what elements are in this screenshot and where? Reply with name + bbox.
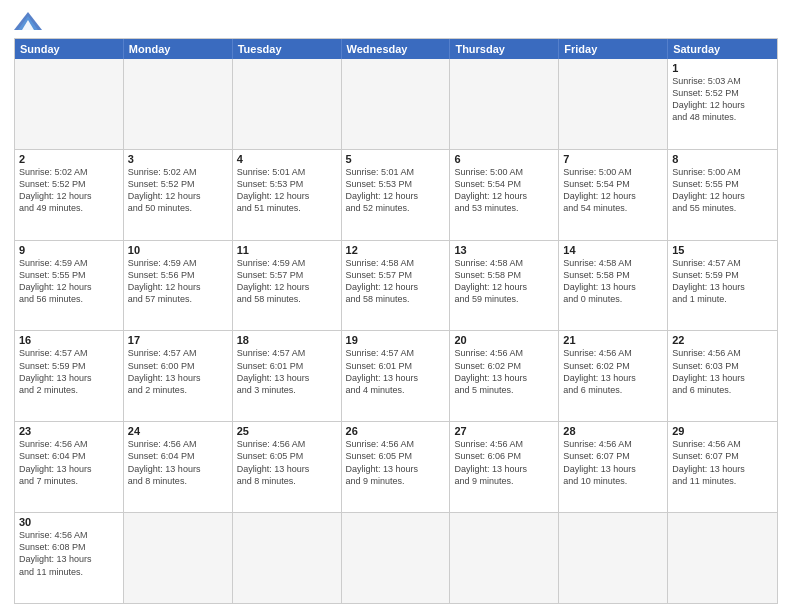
cal-cell — [559, 59, 668, 149]
cal-cell — [559, 513, 668, 603]
day-info: Sunrise: 4:57 AM Sunset: 6:01 PM Dayligh… — [237, 347, 337, 396]
cal-cell: 16Sunrise: 4:57 AM Sunset: 5:59 PM Dayli… — [15, 331, 124, 421]
cal-header-tuesday: Tuesday — [233, 39, 342, 59]
cal-row-1: 2Sunrise: 5:02 AM Sunset: 5:52 PM Daylig… — [15, 149, 777, 240]
day-number: 15 — [672, 244, 773, 256]
cal-cell: 21Sunrise: 4:56 AM Sunset: 6:02 PM Dayli… — [559, 331, 668, 421]
cal-header-saturday: Saturday — [668, 39, 777, 59]
cal-cell: 4Sunrise: 5:01 AM Sunset: 5:53 PM Daylig… — [233, 150, 342, 240]
cal-cell: 15Sunrise: 4:57 AM Sunset: 5:59 PM Dayli… — [668, 241, 777, 331]
page: SundayMondayTuesdayWednesdayThursdayFrid… — [0, 0, 792, 612]
cal-cell: 18Sunrise: 4:57 AM Sunset: 6:01 PM Dayli… — [233, 331, 342, 421]
cal-cell: 14Sunrise: 4:58 AM Sunset: 5:58 PM Dayli… — [559, 241, 668, 331]
day-number: 28 — [563, 425, 663, 437]
cal-cell: 26Sunrise: 4:56 AM Sunset: 6:05 PM Dayli… — [342, 422, 451, 512]
day-number: 27 — [454, 425, 554, 437]
day-info: Sunrise: 4:56 AM Sunset: 6:07 PM Dayligh… — [563, 438, 663, 487]
day-number: 20 — [454, 334, 554, 346]
day-number: 3 — [128, 153, 228, 165]
day-info: Sunrise: 4:57 AM Sunset: 5:59 PM Dayligh… — [19, 347, 119, 396]
cal-cell: 6Sunrise: 5:00 AM Sunset: 5:54 PM Daylig… — [450, 150, 559, 240]
cal-header-sunday: Sunday — [15, 39, 124, 59]
day-number: 13 — [454, 244, 554, 256]
day-number: 22 — [672, 334, 773, 346]
day-number: 23 — [19, 425, 119, 437]
day-info: Sunrise: 4:56 AM Sunset: 6:04 PM Dayligh… — [128, 438, 228, 487]
day-info: Sunrise: 4:57 AM Sunset: 6:00 PM Dayligh… — [128, 347, 228, 396]
day-info: Sunrise: 4:58 AM Sunset: 5:57 PM Dayligh… — [346, 257, 446, 306]
cal-row-3: 16Sunrise: 4:57 AM Sunset: 5:59 PM Dayli… — [15, 330, 777, 421]
day-number: 19 — [346, 334, 446, 346]
cal-row-4: 23Sunrise: 4:56 AM Sunset: 6:04 PM Dayli… — [15, 421, 777, 512]
cal-cell — [124, 513, 233, 603]
day-info: Sunrise: 5:02 AM Sunset: 5:52 PM Dayligh… — [19, 166, 119, 215]
day-info: Sunrise: 4:56 AM Sunset: 6:02 PM Dayligh… — [454, 347, 554, 396]
day-info: Sunrise: 5:00 AM Sunset: 5:55 PM Dayligh… — [672, 166, 773, 215]
cal-cell — [233, 513, 342, 603]
day-number: 30 — [19, 516, 119, 528]
cal-row-2: 9Sunrise: 4:59 AM Sunset: 5:55 PM Daylig… — [15, 240, 777, 331]
day-info: Sunrise: 5:00 AM Sunset: 5:54 PM Dayligh… — [563, 166, 663, 215]
cal-header-friday: Friday — [559, 39, 668, 59]
calendar-body: 1Sunrise: 5:03 AM Sunset: 5:52 PM Daylig… — [15, 59, 777, 603]
day-info: Sunrise: 4:56 AM Sunset: 6:02 PM Dayligh… — [563, 347, 663, 396]
day-info: Sunrise: 4:57 AM Sunset: 6:01 PM Dayligh… — [346, 347, 446, 396]
day-number: 5 — [346, 153, 446, 165]
cal-row-0: 1Sunrise: 5:03 AM Sunset: 5:52 PM Daylig… — [15, 59, 777, 149]
day-number: 4 — [237, 153, 337, 165]
day-info: Sunrise: 5:00 AM Sunset: 5:54 PM Dayligh… — [454, 166, 554, 215]
cal-cell: 28Sunrise: 4:56 AM Sunset: 6:07 PM Dayli… — [559, 422, 668, 512]
cal-cell: 9Sunrise: 4:59 AM Sunset: 5:55 PM Daylig… — [15, 241, 124, 331]
cal-cell — [233, 59, 342, 149]
cal-cell: 3Sunrise: 5:02 AM Sunset: 5:52 PM Daylig… — [124, 150, 233, 240]
day-number: 10 — [128, 244, 228, 256]
cal-cell: 23Sunrise: 4:56 AM Sunset: 6:04 PM Dayli… — [15, 422, 124, 512]
cal-cell — [342, 59, 451, 149]
day-info: Sunrise: 4:56 AM Sunset: 6:05 PM Dayligh… — [346, 438, 446, 487]
day-info: Sunrise: 5:03 AM Sunset: 5:52 PM Dayligh… — [672, 75, 773, 124]
cal-cell: 24Sunrise: 4:56 AM Sunset: 6:04 PM Dayli… — [124, 422, 233, 512]
day-info: Sunrise: 4:59 AM Sunset: 5:56 PM Dayligh… — [128, 257, 228, 306]
day-number: 29 — [672, 425, 773, 437]
cal-cell — [15, 59, 124, 149]
cal-cell: 12Sunrise: 4:58 AM Sunset: 5:57 PM Dayli… — [342, 241, 451, 331]
day-info: Sunrise: 4:56 AM Sunset: 6:03 PM Dayligh… — [672, 347, 773, 396]
cal-header-thursday: Thursday — [450, 39, 559, 59]
cal-cell: 8Sunrise: 5:00 AM Sunset: 5:55 PM Daylig… — [668, 150, 777, 240]
day-number: 17 — [128, 334, 228, 346]
calendar: SundayMondayTuesdayWednesdayThursdayFrid… — [14, 38, 778, 604]
logo-icon — [14, 10, 42, 32]
day-number: 1 — [672, 62, 773, 74]
day-number: 25 — [237, 425, 337, 437]
day-info: Sunrise: 4:59 AM Sunset: 5:55 PM Dayligh… — [19, 257, 119, 306]
cal-header-wednesday: Wednesday — [342, 39, 451, 59]
day-number: 14 — [563, 244, 663, 256]
day-number: 9 — [19, 244, 119, 256]
cal-cell — [668, 513, 777, 603]
day-number: 2 — [19, 153, 119, 165]
cal-cell: 11Sunrise: 4:59 AM Sunset: 5:57 PM Dayli… — [233, 241, 342, 331]
cal-cell: 20Sunrise: 4:56 AM Sunset: 6:02 PM Dayli… — [450, 331, 559, 421]
day-info: Sunrise: 4:59 AM Sunset: 5:57 PM Dayligh… — [237, 257, 337, 306]
cal-cell: 17Sunrise: 4:57 AM Sunset: 6:00 PM Dayli… — [124, 331, 233, 421]
day-info: Sunrise: 4:56 AM Sunset: 6:05 PM Dayligh… — [237, 438, 337, 487]
cal-cell: 19Sunrise: 4:57 AM Sunset: 6:01 PM Dayli… — [342, 331, 451, 421]
cal-cell: 7Sunrise: 5:00 AM Sunset: 5:54 PM Daylig… — [559, 150, 668, 240]
cal-cell — [450, 59, 559, 149]
day-info: Sunrise: 4:58 AM Sunset: 5:58 PM Dayligh… — [563, 257, 663, 306]
day-info: Sunrise: 5:01 AM Sunset: 5:53 PM Dayligh… — [237, 166, 337, 215]
day-number: 7 — [563, 153, 663, 165]
cal-header-monday: Monday — [124, 39, 233, 59]
cal-cell: 29Sunrise: 4:56 AM Sunset: 6:07 PM Dayli… — [668, 422, 777, 512]
day-info: Sunrise: 4:56 AM Sunset: 6:07 PM Dayligh… — [672, 438, 773, 487]
day-number: 8 — [672, 153, 773, 165]
day-number: 26 — [346, 425, 446, 437]
day-info: Sunrise: 4:56 AM Sunset: 6:08 PM Dayligh… — [19, 529, 119, 578]
day-number: 18 — [237, 334, 337, 346]
day-number: 16 — [19, 334, 119, 346]
calendar-header-row: SundayMondayTuesdayWednesdayThursdayFrid… — [15, 39, 777, 59]
day-info: Sunrise: 5:01 AM Sunset: 5:53 PM Dayligh… — [346, 166, 446, 215]
cal-row-5: 30Sunrise: 4:56 AM Sunset: 6:08 PM Dayli… — [15, 512, 777, 603]
day-number: 11 — [237, 244, 337, 256]
cal-cell: 1Sunrise: 5:03 AM Sunset: 5:52 PM Daylig… — [668, 59, 777, 149]
